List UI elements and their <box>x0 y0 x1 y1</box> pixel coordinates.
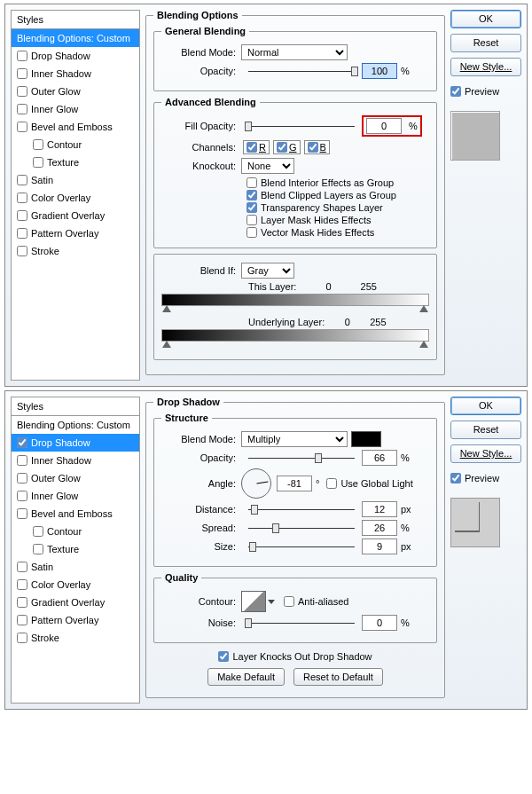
style-checkbox[interactable] <box>17 246 27 256</box>
this-layer-gradient[interactable] <box>161 294 429 306</box>
style-checkbox[interactable] <box>33 544 43 554</box>
style-checkbox[interactable] <box>17 51 27 61</box>
style-checkbox[interactable] <box>17 562 27 572</box>
style-item-drop-shadow[interactable]: Drop Shadow <box>12 47 139 65</box>
style-checkbox[interactable] <box>33 139 43 150</box>
style-item-texture[interactable]: Texture <box>12 540 139 558</box>
size-input[interactable] <box>362 539 397 554</box>
noise-input[interactable] <box>362 615 397 631</box>
style-item-pattern-overlay[interactable]: Pattern Overlay <box>12 224 139 242</box>
blend-if-select[interactable]: Gray <box>241 263 294 279</box>
angle-dial[interactable] <box>241 468 271 499</box>
preview-checkbox[interactable] <box>450 473 461 483</box>
style-item-inner-shadow[interactable]: Inner Shadow <box>12 65 139 83</box>
style-checkbox[interactable] <box>17 86 27 97</box>
style-item-gradient-overlay[interactable]: Gradient Overlay <box>12 207 139 224</box>
structure-group: Structure Blend Mode: Multiply Opacity: … <box>153 413 437 567</box>
style-item-pattern-overlay[interactable]: Pattern Overlay <box>12 611 139 629</box>
style-item-color-overlay[interactable]: Color Overlay <box>12 576 139 594</box>
size-slider[interactable] <box>248 546 355 547</box>
channel-r-checkbox[interactable] <box>246 142 257 153</box>
style-checkbox[interactable] <box>17 193 27 203</box>
style-item-outer-glow[interactable]: Outer Glow <box>12 83 139 100</box>
style-checkbox[interactable] <box>33 526 43 537</box>
reset-button[interactable]: Reset <box>450 421 521 439</box>
new-style-button[interactable]: New Style... <box>450 58 521 76</box>
style-checkbox[interactable] <box>17 122 27 132</box>
style-item-contour[interactable]: Contour <box>12 523 139 540</box>
spread-slider[interactable] <box>248 528 355 529</box>
blend-mode-select[interactable]: Normal <box>241 44 348 60</box>
style-checkbox[interactable] <box>17 228 27 239</box>
channel-g-checkbox[interactable] <box>277 142 287 153</box>
blend-clipped-checkbox[interactable] <box>246 190 257 200</box>
style-item-stroke[interactable]: Stroke <box>12 629 139 647</box>
channel-b-checkbox[interactable] <box>308 142 318 153</box>
vector-mask-hides-checkbox[interactable] <box>246 227 257 238</box>
blend-interior-checkbox[interactable] <box>246 177 257 188</box>
style-checkbox[interactable] <box>17 175 27 185</box>
style-item-drop-shadow[interactable]: Drop Shadow <box>12 434 139 452</box>
spread-input[interactable] <box>362 520 397 536</box>
style-item-satin[interactable]: Satin <box>12 558 139 576</box>
knockout-select[interactable]: None <box>241 158 294 174</box>
underlying-layer-gradient[interactable] <box>161 329 429 342</box>
style-item-outer-glow[interactable]: Outer Glow <box>12 469 139 487</box>
transparency-shapes-checkbox[interactable] <box>246 202 257 213</box>
make-default-button[interactable]: Make Default <box>207 668 285 686</box>
noise-slider[interactable] <box>248 623 355 624</box>
ok-button[interactable]: OK <box>450 397 521 415</box>
blend-mode-select[interactable]: Multiply <box>241 431 348 447</box>
style-item-bevel-emboss[interactable]: Bevel and Emboss <box>12 118 139 136</box>
shadow-color-swatch[interactable] <box>351 431 381 447</box>
style-item-contour[interactable]: Contour <box>12 136 139 153</box>
opacity-input[interactable] <box>362 63 397 79</box>
contour-swatch[interactable] <box>241 591 266 612</box>
style-item-inner-shadow[interactable]: Inner Shadow <box>12 452 139 469</box>
style-item-blending-options[interactable]: Blending Options: Custom <box>12 29 139 47</box>
style-checkbox[interactable] <box>17 633 27 643</box>
style-item-color-overlay[interactable]: Color Overlay <box>12 189 139 207</box>
reset-button[interactable]: Reset <box>450 34 521 52</box>
chevron-down-icon[interactable] <box>268 600 275 604</box>
distance-input[interactable] <box>362 501 397 517</box>
style-item-texture[interactable]: Texture <box>12 153 139 171</box>
style-item-satin[interactable]: Satin <box>12 171 139 189</box>
anti-aliased-checkbox[interactable] <box>284 596 294 607</box>
use-global-light-checkbox[interactable] <box>326 478 337 489</box>
style-item-inner-glow[interactable]: Inner Glow <box>12 100 139 118</box>
style-checkbox[interactable] <box>17 104 27 114</box>
style-item-bevel-emboss[interactable]: Bevel and Emboss <box>12 505 139 523</box>
new-style-button[interactable]: New Style... <box>450 444 521 463</box>
style-item-inner-glow[interactable]: Inner Glow <box>12 487 139 505</box>
style-checkbox[interactable] <box>33 157 43 168</box>
fill-opacity-input[interactable] <box>366 118 402 134</box>
style-checkbox[interactable] <box>17 210 27 221</box>
opacity-input[interactable] <box>362 450 397 466</box>
style-checkbox[interactable] <box>17 491 27 501</box>
style-item-gradient-overlay[interactable]: Gradient Overlay <box>12 594 139 611</box>
opacity-slider[interactable] <box>248 458 355 459</box>
channel-g[interactable]: G <box>273 140 301 154</box>
preview-checkbox[interactable] <box>450 86 461 97</box>
style-checkbox[interactable] <box>17 68 27 79</box>
style-checkbox[interactable] <box>17 437 27 448</box>
fill-opacity-slider[interactable] <box>248 126 355 127</box>
style-item-stroke[interactable]: Stroke <box>12 242 139 260</box>
opacity-slider[interactable] <box>248 71 355 72</box>
layer-mask-hides-checkbox[interactable] <box>246 215 257 225</box>
style-checkbox[interactable] <box>17 597 27 608</box>
style-checkbox[interactable] <box>17 615 27 625</box>
style-checkbox[interactable] <box>17 473 27 483</box>
ok-button[interactable]: OK <box>450 10 521 28</box>
reset-to-default-button[interactable]: Reset to Default <box>293 668 383 686</box>
style-checkbox[interactable] <box>17 455 27 466</box>
angle-input[interactable] <box>277 476 312 491</box>
channel-r[interactable]: R <box>243 140 270 154</box>
distance-slider[interactable] <box>248 509 355 510</box>
style-checkbox[interactable] <box>17 579 27 590</box>
layer-knocks-out-checkbox[interactable] <box>218 651 229 662</box>
channel-b[interactable]: B <box>304 140 330 154</box>
style-checkbox[interactable] <box>17 508 27 519</box>
style-item-blending-options[interactable]: Blending Options: Custom <box>12 416 139 434</box>
